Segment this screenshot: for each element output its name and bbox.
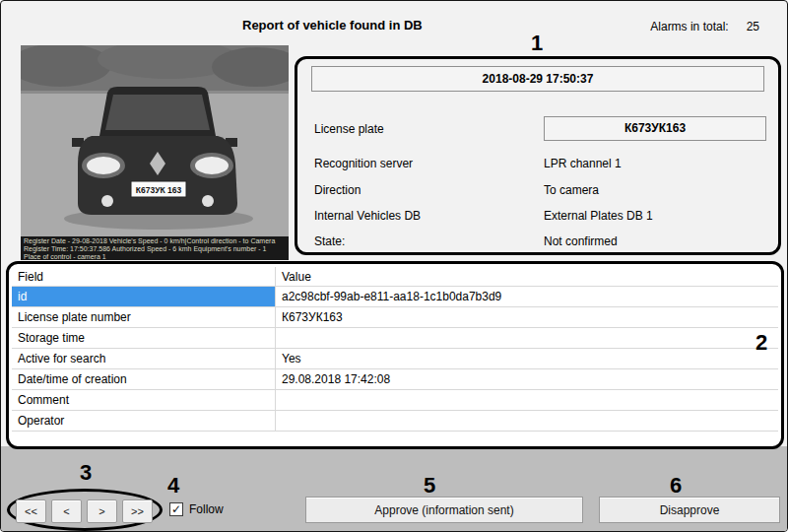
table-row: id a2c98cbf-99ab-e811-aa18-1c1b0da7b3d9	[12, 287, 778, 307]
table-row: Storage time	[12, 328, 778, 349]
photo-license-plate: К673УК 163	[136, 185, 182, 195]
details-table-panel: Field Value id a2c98cbf-99ab-e811-aa18-1…	[6, 261, 784, 449]
page-title: Report of vehicle found in DB	[242, 18, 423, 33]
column-header-field: Field	[12, 267, 276, 286]
cell-value-operator[interactable]	[276, 411, 778, 431]
license-plate-label: License plate	[314, 122, 384, 136]
cell-field-active-for-search[interactable]: Active for search	[12, 349, 276, 368]
direction-value: To camera	[544, 183, 599, 197]
photo-telemetry-overlay: Register Date - 29-08-2018 Vehicle's Spe…	[21, 236, 289, 260]
direction-label: Direction	[314, 183, 361, 197]
table-header-row: Field Value	[12, 267, 778, 287]
overlay-line: Register Date - 29-08-2018 Vehicle's Spe…	[24, 237, 286, 245]
annotation-4: 4	[167, 473, 179, 499]
cell-field-id[interactable]: id	[12, 287, 276, 306]
cell-value-storage-time[interactable]	[276, 328, 778, 348]
nav-previous-button[interactable]: <	[51, 499, 82, 523]
alarms-count: 25	[747, 20, 759, 33]
overlay-line: Place of control - camera 1	[24, 253, 286, 260]
cell-field-comment[interactable]: Comment	[12, 390, 276, 410]
vehicle-photo: К673УК 163 Register Date - 29-08-2018 Ve…	[21, 45, 289, 260]
cell-field-storage-time[interactable]: Storage time	[12, 328, 276, 348]
details-table: Field Value id a2c98cbf-99ab-e811-aa18-1…	[12, 267, 778, 432]
table-row: Active for search Yes	[12, 349, 778, 369]
nav-next-button[interactable]: >	[87, 499, 117, 523]
cell-value-comment[interactable]	[276, 390, 778, 410]
state-value: Not confirmed	[544, 234, 618, 248]
table-row: License plate number К673УК163	[12, 307, 778, 328]
cell-value-date-of-creation[interactable]: 29.08.2018 17:42:08	[276, 369, 778, 389]
vehicle-photo-image: К673УК 163	[21, 45, 289, 236]
table-row: Date/time of creation 29.08.2018 17:42:0…	[12, 369, 778, 390]
state-label: State:	[314, 234, 345, 248]
nav-first-button[interactable]: <<	[16, 499, 46, 523]
cell-value-license-plate-number[interactable]: К673УК163	[276, 307, 778, 327]
internal-db-value: External Plates DB 1	[544, 209, 653, 223]
follow-label: Follow	[189, 502, 224, 516]
table-row: Operator	[12, 411, 778, 432]
recognition-server-value: LPR channel 1	[544, 157, 622, 170]
cell-value-id[interactable]: a2c98cbf-99ab-e811-aa18-1c1b0da7b3d9	[276, 287, 778, 306]
alarms-label: Alarms in total:	[650, 20, 728, 33]
recognition-server-label: Recognition server	[314, 157, 413, 170]
overlay-line: Register Time: 17:50:37.586 Authorized S…	[24, 245, 286, 253]
annotation-1: 1	[531, 31, 543, 56]
follow-checkbox[interactable]: ✓	[169, 502, 183, 516]
disapprove-button[interactable]: Disapprove	[599, 497, 780, 523]
cell-field-operator[interactable]: Operator	[12, 411, 276, 431]
annotation-2: 2	[755, 330, 767, 356]
annotation-6: 6	[670, 473, 682, 499]
table-row: Comment	[12, 390, 778, 411]
report-window: Report of vehicle found in DB Alarms in …	[0, 0, 788, 532]
column-header-value: Value	[276, 267, 778, 286]
cell-field-license-plate-number[interactable]: License plate number	[12, 307, 276, 327]
alarms-total: Alarms in total: 25	[650, 20, 759, 33]
annotation-5: 5	[424, 473, 435, 499]
license-plate-value: К673УК163	[544, 116, 766, 141]
cell-field-date-of-creation[interactable]: Date/time of creation	[12, 369, 276, 389]
annotation-3: 3	[80, 460, 92, 486]
nav-last-button[interactable]: >>	[122, 499, 153, 523]
internal-db-label: Internal Vehicles DB	[314, 209, 421, 223]
approve-button[interactable]: Approve (information sent)	[305, 497, 583, 523]
recognition-timestamp: 2018-08-29 17:50:37	[311, 66, 764, 92]
cell-value-active-for-search[interactable]: Yes	[276, 349, 778, 368]
